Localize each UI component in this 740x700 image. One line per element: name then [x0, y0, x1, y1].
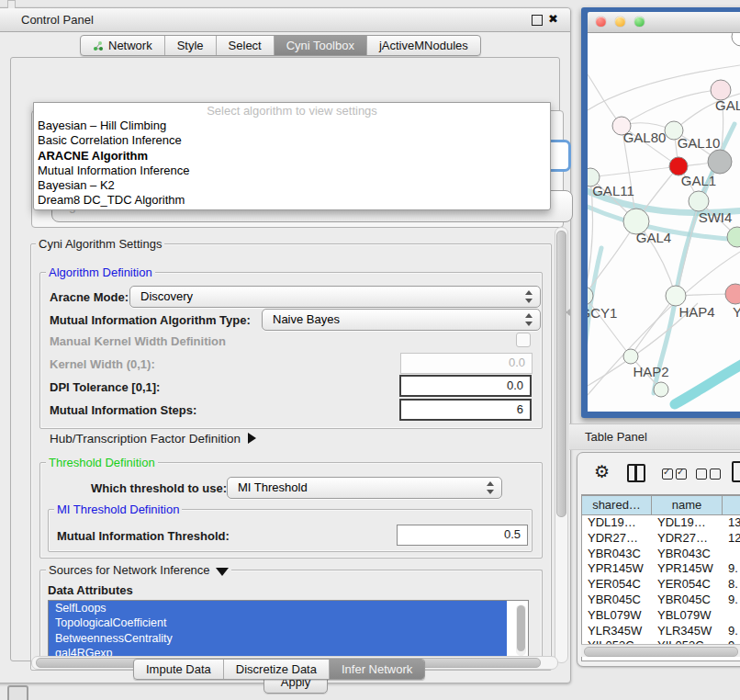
- network-node[interactable]: [654, 382, 668, 397]
- settings-gear-icon[interactable]: ⚙: [594, 463, 610, 480]
- close-traffic-light-icon[interactable]: [596, 17, 606, 27]
- scrollbar-thumb[interactable]: [584, 647, 738, 657]
- table-row[interactable]: YBR043CYBR043C: [582, 547, 740, 562]
- aracne-mode-combobox[interactable]: Discovery: [129, 286, 541, 308]
- network-view-window: GALGAL80GAL10GAL1GAL11SWI4GAL4HAP4YGCY1H…: [581, 7, 740, 418]
- network-window-titlebar[interactable]: [588, 12, 740, 33]
- network-node[interactable]: [732, 33, 740, 46]
- bottom-tabs: Impute DataDiscretize DataInfer Network: [133, 659, 425, 680]
- table-cell[interactable]: YDL19…: [652, 515, 723, 531]
- network-node-y[interactable]: [725, 284, 740, 304]
- table-cell[interactable]: YDR27…: [652, 531, 723, 547]
- table-cell[interactable]: YLR345W: [652, 624, 723, 639]
- network-node-hap2[interactable]: [623, 349, 638, 364]
- table-cell[interactable]: YLR345W: [582, 624, 652, 639]
- screen: { "control_panel": { "title": "Control P…: [0, 0, 740, 700]
- bottom-tab-discretize-data[interactable]: Discretize Data: [224, 660, 330, 679]
- algorithm-option[interactable]: Basic Correlation Inference: [34, 133, 550, 148]
- table-row[interactable]: YER054CYER054C8.: [582, 577, 740, 593]
- zoom-traffic-light-icon[interactable]: [634, 17, 645, 27]
- tab-style[interactable]: Style: [165, 36, 217, 55]
- hub-definition-toggle[interactable]: Hub/Transcription Factor Definition: [50, 432, 256, 446]
- node-table[interactable]: shared…nameA YDL19…YDL19…13YDR27…YDR27…1…: [581, 494, 740, 661]
- bottom-tab-infer-network[interactable]: Infer Network: [330, 660, 424, 679]
- attributes-scrollbar[interactable]: [516, 604, 526, 656]
- table-row[interactable]: YDR27…YDR27…12: [582, 531, 740, 547]
- deselect-all-icon[interactable]: [696, 469, 721, 480]
- control-panel-titlebar[interactable]: Control Panel ✖: [0, 8, 570, 32]
- table-panel-titlebar[interactable]: Table Panel: [569, 423, 740, 450]
- table-cell[interactable]: 9.: [723, 561, 740, 577]
- data-attributes-list[interactable]: SelfLoopsTopologicalCoefficientBetweenne…: [48, 600, 529, 664]
- table-row[interactable]: YPR145WYPR145W9.: [582, 561, 740, 577]
- dpi-tolerance-field[interactable]: 0.0: [399, 375, 532, 397]
- tab-network[interactable]: Network: [81, 36, 165, 55]
- aracne-mode-label: Aracne Mode:: [50, 290, 129, 304]
- table-cell[interactable]: 13: [723, 515, 740, 531]
- tab-select[interactable]: Select: [217, 36, 275, 55]
- table-cell[interactable]: YDL19…: [582, 515, 652, 531]
- table-cell[interactable]: [723, 547, 740, 562]
- table-cell[interactable]: YBR045C: [652, 593, 723, 608]
- table-row[interactable]: YLR345WYLR345W9.: [582, 624, 740, 639]
- network-node-swi4[interactable]: [689, 191, 709, 211]
- table-cell[interactable]: 8.: [723, 577, 740, 593]
- mi-threshold-field[interactable]: 0.5: [397, 525, 528, 546]
- table-cell[interactable]: 12: [723, 531, 740, 547]
- attribute-item-selected[interactable]: SelfLoops: [49, 601, 507, 615]
- select-all-icon[interactable]: [662, 469, 687, 480]
- attribute-item-selected[interactable]: TopologicalCoefficient: [49, 615, 507, 630]
- table-cell[interactable]: YBR043C: [652, 547, 723, 562]
- scrollbar-thumb[interactable]: [517, 605, 525, 651]
- table-cell[interactable]: YDR27…: [582, 531, 652, 547]
- column-header-2[interactable]: name: [652, 495, 723, 515]
- algorithm-option[interactable]: ARACNE Algorithm: [34, 149, 550, 164]
- table-cell[interactable]: YER054C: [582, 577, 652, 593]
- table-cell[interactable]: YER054C: [652, 577, 723, 593]
- table-row[interactable]: YBR045CYBR045C9.: [582, 593, 740, 608]
- minimized-panel-icon[interactable]: [7, 685, 28, 700]
- algorithm-option[interactable]: Bayesian – Hill Climbing: [34, 119, 550, 133]
- bottom-tab-impute-data[interactable]: Impute Data: [134, 660, 224, 679]
- table-horizontal-scrollbar[interactable]: [581, 644, 740, 657]
- table-cell[interactable]: YPR145W: [652, 561, 723, 577]
- table-cell[interactable]: YPR145W: [582, 561, 652, 577]
- network-node[interactable]: [727, 227, 740, 247]
- splitter-arrow-icon[interactable]: [566, 309, 570, 316]
- table-cell[interactable]: 9.: [723, 624, 740, 639]
- table-cell[interactable]: 9.: [723, 593, 740, 608]
- column-header-3[interactable]: A: [723, 495, 740, 515]
- network-node[interactable]: [708, 150, 732, 174]
- algorithm-dropdown-list: Select algorithm to view settings Bayesi…: [33, 102, 551, 210]
- network-canvas[interactable]: GALGAL80GAL10GAL1GAL11SWI4GAL4HAP4YGCY1H…: [588, 33, 740, 412]
- algorithm-option[interactable]: Bayesian – K2: [34, 178, 550, 193]
- table-cell[interactable]: YBL079W: [652, 608, 723, 624]
- table-cell[interactable]: YBR043C: [582, 547, 652, 562]
- column-header-1[interactable]: shared…: [582, 495, 652, 515]
- new-table-icon[interactable]: [732, 461, 740, 482]
- minimize-traffic-light-icon[interactable]: [615, 17, 625, 27]
- table-cell[interactable]: YBR045C: [582, 593, 652, 608]
- attribute-item-selected[interactable]: BetweennessCentrality: [49, 631, 507, 646]
- mi-steps-field[interactable]: 6: [399, 399, 532, 421]
- data-attributes-label: Data Attributes: [48, 583, 133, 597]
- algorithm-option[interactable]: Dream8 DC_TDC Algorithm: [34, 193, 550, 208]
- mi-type-combobox[interactable]: Naive Bayes: [262, 309, 541, 331]
- tab-cyni-toolbox[interactable]: Cyni Toolbox: [275, 36, 367, 55]
- manual-kernel-checkbox[interactable]: [516, 333, 531, 347]
- scrollbar-thumb[interactable]: [556, 231, 566, 517]
- table-cell[interactable]: [723, 608, 740, 624]
- table-row[interactable]: YDL19…YDL19…13: [582, 515, 740, 531]
- tab-jactivemnodules[interactable]: jActiveMNodules: [367, 36, 480, 55]
- split-columns-icon[interactable]: [627, 464, 645, 482]
- table-row[interactable]: YBL079WYBL079W: [582, 608, 740, 624]
- close-icon[interactable]: ✖: [548, 12, 558, 26]
- network-node-hap4[interactable]: [666, 286, 686, 306]
- table-cell[interactable]: YBL079W: [582, 608, 652, 624]
- sources-legend[interactable]: Sources for Network Inference: [46, 564, 231, 576]
- float-window-icon[interactable]: [532, 15, 543, 26]
- algorithm-option[interactable]: Mutual Information Inference: [34, 164, 550, 178]
- settings-vertical-scrollbar[interactable]: [555, 227, 568, 663]
- kernel-width-field[interactable]: 0.0: [400, 353, 533, 374]
- which-threshold-combobox[interactable]: MI Threshold: [227, 477, 502, 499]
